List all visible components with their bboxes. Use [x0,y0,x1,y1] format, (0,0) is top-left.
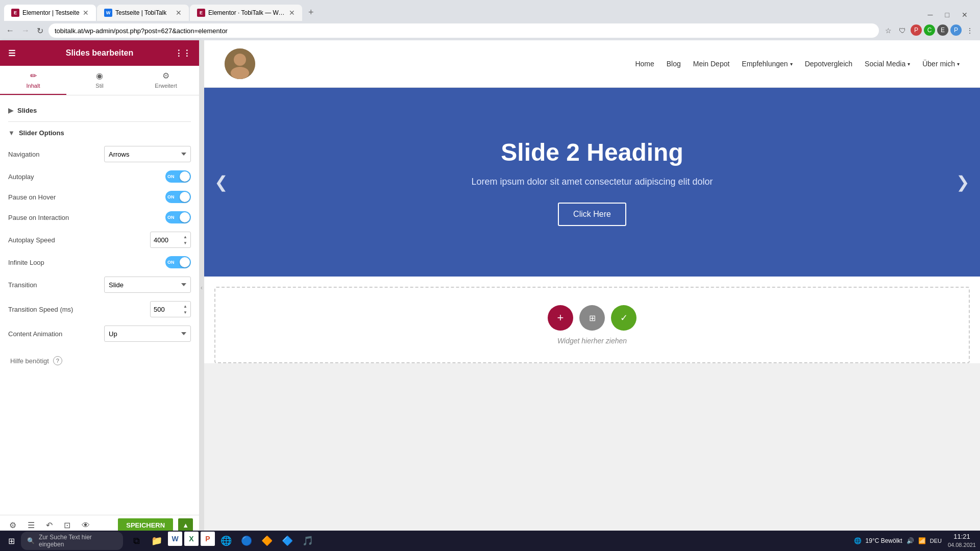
content-animation-control[interactable]: Up Down Left Right None [104,325,191,342]
profile-icon[interactable]: P [950,24,962,36]
layers-button[interactable]: ☰ [24,518,38,532]
transition-speed-up[interactable]: ▲ [183,303,187,309]
add-widget-button[interactable]: + [548,305,573,331]
pause-on-interaction-toggle[interactable]: ON [165,211,191,223]
tab-inhalt[interactable]: ✏ Inhalt [0,66,66,95]
history-button[interactable]: ↶ [43,518,56,532]
slider-options-header[interactable]: ▼ Slider Options [0,124,199,142]
nav-social-media[interactable]: Social Media ▾ [865,60,910,68]
weather-info: 19°C Bewölkt [866,537,902,544]
taskbar-time[interactable]: 11:21 04.08.2021 [948,532,976,549]
tab-close-2[interactable]: ✕ [176,9,182,17]
reload-button[interactable]: ↻ [35,24,45,38]
nav-ueber-mich[interactable]: Über mich ▾ [922,60,960,68]
extension-icon[interactable]: P [911,24,922,36]
taskbar-app-spotify[interactable]: 🎵 [299,532,317,550]
tab-stil[interactable]: ◉ Stil [66,66,133,95]
maximize-button[interactable]: □ [943,9,951,21]
taskbar-app-edge[interactable]: 🌐 [217,532,235,550]
taskbar-app-explorer[interactable]: 📁 [148,532,166,550]
shield-icon[interactable]: 🛡 [896,24,909,37]
autoplay-toggle-knob [180,171,190,182]
nav-empfehlungen[interactable]: Empfehlungen ▾ [742,60,792,68]
autoplay-speed-down[interactable]: ▼ [183,240,187,246]
empfehlungen-arrow-icon: ▾ [790,61,793,67]
tab-title-3: Elementor · TobiTalk — WordPre... [208,9,286,16]
panel-collapse-handle[interactable]: ‹ [199,40,204,535]
autoplay-toggle[interactable]: ON [165,170,191,183]
confirm-widget-button[interactable]: ✓ [611,305,636,331]
site-logo [225,48,255,79]
taskbar-app-misc2[interactable]: 🔶 [258,532,276,550]
help-icon: ? [53,356,62,365]
extension2-icon[interactable]: E [937,24,948,36]
pause-on-hover-toggle[interactable]: ON [165,191,191,203]
time-display: 11:21 [948,532,976,541]
tab-erweitert[interactable]: ⚙ Erweitert [133,66,199,95]
move-widget-button[interactable]: ⊞ [579,305,605,331]
taskbar-app-taskview[interactable]: ⧉ [127,532,145,550]
taskbar-apps: ⧉ 📁 W X P 🌐 🔵 🔶 🔷 🎵 [127,532,317,550]
infinite-loop-knob [180,257,190,267]
bookmark-star-icon[interactable]: ☆ [882,24,894,37]
nav-mein-depot[interactable]: Mein Depot [693,60,730,68]
infinite-loop-toggle[interactable]: ON [165,256,191,268]
grid-icon[interactable]: ⋮⋮ [175,48,191,58]
tab-title-1: Elementor | Testseite [22,9,80,16]
erweitert-icon: ⚙ [162,71,169,81]
slide-cta-button[interactable]: Click Here [558,203,626,226]
tab-inhalt-label: Inhalt [27,83,40,89]
more-options-icon[interactable]: ⋮ [964,24,976,37]
transition-speed-down[interactable]: ▼ [183,309,187,315]
taskbar-app-word[interactable]: W [168,532,182,546]
navigation-select[interactable]: Arrows Dots Both None [104,146,191,162]
navigation-control[interactable]: Arrows Dots Both None [104,146,191,162]
save-button[interactable]: SPEICHERN [118,518,173,532]
tab-close-3[interactable]: ✕ [289,9,295,17]
preview-button[interactable]: 👁 [79,519,93,532]
nav-home[interactable]: Home [635,60,654,68]
start-button[interactable]: ⊞ [4,534,19,548]
transition-select[interactable]: Slide Fade [104,277,191,293]
panel-header: ☰ Slides bearbeiten ⋮⋮ [0,40,199,66]
taskbar-app-excel[interactable]: X [184,532,199,546]
slider-container: ❮ Slide 2 Heading Lorem ipsum dolor sit … [204,88,980,277]
hamburger-icon[interactable]: ☰ [8,48,15,58]
transition-speed-input[interactable]: 500 ▲ ▼ [150,301,191,317]
autoplay-speed-input[interactable]: 4000 ▲ ▼ [150,232,191,248]
pause-on-hover-toggle-label: ON [167,194,175,199]
pause-on-hover-control: ON [165,191,191,203]
slides-section-header[interactable]: ▶ Slides [0,102,199,119]
responsive-button[interactable]: ⊡ [61,518,74,532]
browser-tab-3[interactable]: E Elementor · TobiTalk — WordPre... ✕ [190,5,302,21]
transition-control[interactable]: Slide Fade [104,277,191,293]
save-dropdown-button[interactable]: ▲ [178,518,193,532]
autoplay-speed-up[interactable]: ▲ [183,234,187,240]
slider-prev-button[interactable]: ❮ [209,167,233,197]
settings-button[interactable]: ⚙ [6,518,19,532]
taskbar-search[interactable]: 🔍 Zur Suche Text hier eingeben [21,532,123,550]
new-tab-button[interactable]: + [303,4,319,21]
minimize-button[interactable]: ─ [926,9,935,21]
browser-tab-2[interactable]: W Testseite | TobiTalk ✕ [97,5,189,21]
taskbar-app-misc1[interactable]: 🔵 [237,532,256,550]
close-browser-button[interactable]: ✕ [960,9,970,21]
nav-depotvergleich[interactable]: Depotvergleich [805,60,852,68]
help-section[interactable]: Hilfe benötigt ? [0,346,199,375]
browser-tab-1[interactable]: E Elementor | Testseite ✕ [4,5,96,21]
transition-speed-control[interactable]: 500 ▲ ▼ [150,301,191,317]
widget-area: + ⊞ ✓ Widget hierher ziehen [214,287,970,363]
content-animation-select[interactable]: Up Down Left Right None [104,325,191,342]
forward-button[interactable]: → [19,24,32,37]
address-bar[interactable] [48,23,879,38]
tab-stil-label: Stil [95,83,103,89]
autoplay-speed-control[interactable]: 4000 ▲ ▼ [150,232,191,248]
color-picker-icon[interactable]: C [924,24,935,36]
nav-blog[interactable]: Blog [667,60,681,68]
taskbar-app-misc3[interactable]: 🔷 [278,532,297,550]
slider-next-button[interactable]: ❯ [951,167,975,197]
right-panel: Home Blog Mein Depot Empfehlungen ▾ Depo… [204,40,980,535]
taskbar-app-powerpoint[interactable]: P [201,532,215,546]
tab-close-1[interactable]: ✕ [83,9,89,17]
back-button[interactable]: ← [4,24,16,37]
